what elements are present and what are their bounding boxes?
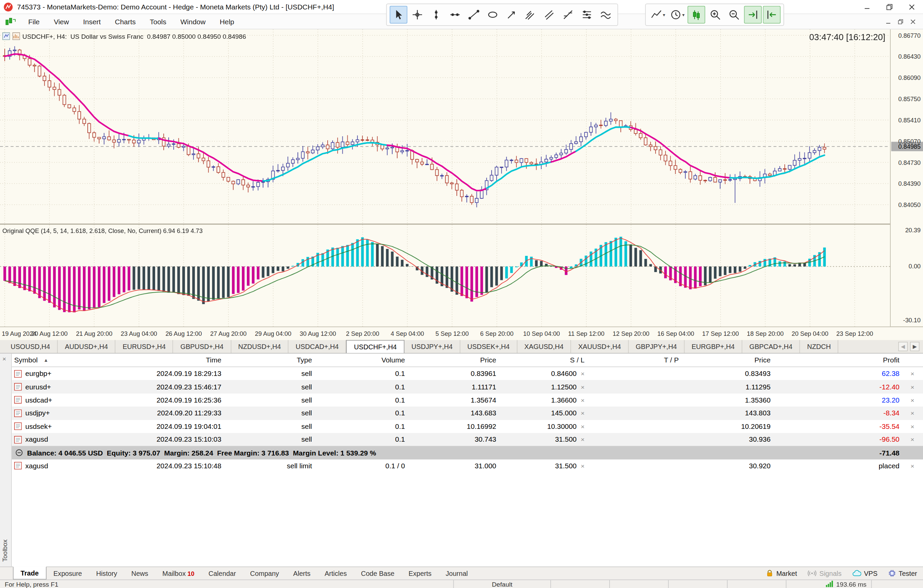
sl-remove-icon[interactable]: ×: [581, 383, 584, 390]
close-position-icon[interactable]: ×: [902, 462, 923, 469]
bars-toggle-button[interactable]: [688, 6, 705, 23]
chart-shift-button[interactable]: [744, 6, 762, 23]
tab-company[interactable]: Company: [243, 567, 286, 580]
close-position-icon[interactable]: ×: [902, 370, 923, 377]
tab-news[interactable]: News: [124, 567, 155, 580]
chart-tab-nzdusdh4[interactable]: NZDUSD+,H4: [231, 340, 288, 353]
trade-row[interactable]: xagusd2024.09.23 15:10:03sell0.130.74331…: [12, 433, 923, 446]
trade-row[interactable]: usdsek+2024.09.19 19:04:01sell0.110.1699…: [12, 420, 923, 433]
time-axis[interactable]: 19 Aug 202420 Aug 12:0021 Aug 20:0023 Au…: [0, 326, 923, 340]
horizontal-line-tool[interactable]: [446, 6, 464, 23]
tab-trade[interactable]: Trade: [13, 567, 46, 579]
restore-button[interactable]: [878, 0, 900, 14]
column-header-type[interactable]: Type: [224, 356, 314, 364]
trade-row[interactable]: xagusd2024.09.23 15:10:48sell limit0.1 /…: [12, 459, 923, 472]
tab-history[interactable]: History: [89, 567, 124, 580]
close-position-icon[interactable]: ×: [902, 409, 923, 417]
chart-tab-eurusdh4[interactable]: EURUSD+,H4: [116, 340, 173, 353]
chart-tab-gbpcadh4[interactable]: GBPCAD+,H4: [742, 340, 800, 353]
tab-exposure[interactable]: Exposure: [46, 567, 89, 580]
menu-tools[interactable]: Tools: [143, 15, 173, 28]
trendline-tool[interactable]: [465, 6, 483, 23]
chart-tab-eurgbph4[interactable]: EURGBP+,H4: [685, 340, 742, 353]
menu-view[interactable]: View: [46, 15, 76, 28]
cursor-tool[interactable]: [390, 6, 407, 23]
sl-remove-icon[interactable]: ×: [581, 436, 584, 443]
connection-status[interactable]: 193.66 ms: [786, 580, 871, 588]
tab-alerts[interactable]: Alerts: [286, 567, 317, 580]
chart-type-button[interactable]: ▾: [649, 6, 667, 23]
chart-tab-usdchfh4[interactable]: USDCHF+,H4: [347, 340, 404, 353]
chart-tab-usousdh4[interactable]: USOUSD,H4: [3, 340, 57, 353]
sl-remove-icon[interactable]: ×: [581, 409, 584, 417]
zoom-in-button[interactable]: [706, 6, 724, 23]
sl-remove-icon[interactable]: ×: [581, 462, 584, 469]
fibonacci-tool[interactable]: [559, 6, 577, 23]
tester-button[interactable]: Tester: [888, 570, 917, 577]
chart-tab-xagusdh4[interactable]: XAGUSD,H4: [517, 340, 571, 353]
levels-tool[interactable]: [578, 6, 595, 23]
sl-remove-icon[interactable]: ×: [581, 423, 584, 430]
chart-tab-xauusdh4[interactable]: XAUUSD+,H4: [571, 340, 629, 353]
chart-tab-usdsekh4[interactable]: USDSEK+,H4: [460, 340, 517, 353]
close-position-icon[interactable]: ×: [902, 423, 923, 430]
tab-journal[interactable]: Journal: [439, 567, 475, 580]
menu-file[interactable]: File: [21, 15, 47, 28]
tab-articles[interactable]: Articles: [317, 567, 354, 580]
elliott-wave-tool[interactable]: [597, 6, 614, 23]
signals-button[interactable]: Signals: [808, 570, 842, 577]
tab-code-base[interactable]: Code Base: [354, 567, 401, 580]
column-header-sl[interactable]: S / L: [499, 356, 587, 364]
auto-scroll-button[interactable]: [763, 6, 780, 23]
column-header-price[interactable]: Price: [407, 356, 498, 364]
profile-selector[interactable]: Default: [453, 580, 550, 588]
close-position-icon[interactable]: ×: [902, 396, 923, 404]
tab-mailbox[interactable]: Mailbox10: [155, 567, 201, 580]
andrews-pitchfork-tool[interactable]: [522, 6, 539, 23]
vps-button[interactable]: VPS: [852, 570, 877, 577]
toolbox-close-icon[interactable]: ×: [2, 355, 6, 362]
vertical-line-tool[interactable]: [427, 6, 445, 23]
chart-tab-audusdh4[interactable]: AUDUSD+,H4: [57, 340, 115, 353]
tab-experts[interactable]: Experts: [401, 567, 439, 580]
tab-scroll-right-icon[interactable]: ▶: [910, 342, 920, 351]
balance-row[interactable]: Balance: 4 046.55 USD Equity: 3 975.07 M…: [12, 446, 923, 459]
column-header-price[interactable]: Price: [681, 356, 773, 364]
arrow-tool[interactable]: [503, 6, 520, 23]
equidistant-channel-tool[interactable]: [540, 6, 558, 23]
zoom-out-button[interactable]: [725, 6, 743, 23]
trade-row[interactable]: eurusd+2024.09.23 15:46:17sell0.11.11171…: [12, 380, 923, 393]
column-header-symbol[interactable]: Symbol▲: [12, 356, 132, 364]
collapse-icon[interactable]: [15, 449, 23, 457]
sl-remove-icon[interactable]: ×: [581, 396, 584, 404]
price-chart-canvas[interactable]: [0, 29, 890, 224]
tab-scroll-left-icon[interactable]: ◀: [898, 342, 908, 351]
qqe-indicator-canvas[interactable]: [0, 225, 890, 327]
menu-insert[interactable]: Insert: [76, 15, 108, 28]
chart-restore-button[interactable]: [894, 16, 907, 27]
menu-charts[interactable]: Charts: [108, 15, 143, 28]
tab-calendar[interactable]: Calendar: [201, 567, 243, 580]
chart-tab-usdcadh4[interactable]: USDCAD+,H4: [288, 340, 346, 353]
menu-window[interactable]: Window: [173, 15, 212, 28]
chart-minimize-button[interactable]: [882, 16, 894, 27]
trade-row[interactable]: eurgbp+2024.09.19 18:29:13sell0.10.83961…: [12, 367, 923, 380]
close-position-icon[interactable]: ×: [902, 436, 923, 443]
trade-row[interactable]: usdcad+2024.09.19 16:25:36sell0.11.35674…: [12, 393, 923, 406]
chart-tab-gbpjpyh4[interactable]: GBPJPY+,H4: [629, 340, 685, 353]
trade-row[interactable]: usdjpy+2024.09.20 11:29:33sell0.1143.683…: [12, 406, 923, 420]
timeframe-button[interactable]: ▾: [668, 6, 686, 23]
minimize-button[interactable]: [856, 0, 878, 14]
column-header-time[interactable]: Time: [132, 356, 224, 364]
shapes-tool[interactable]: [484, 6, 501, 23]
close-position-icon[interactable]: ×: [902, 383, 923, 390]
column-header-volume[interactable]: Volume: [314, 356, 407, 364]
menu-help[interactable]: Help: [212, 15, 241, 28]
sl-remove-icon[interactable]: ×: [581, 370, 584, 377]
chart-tab-nzdch[interactable]: NZDCH: [800, 340, 839, 353]
market-button[interactable]: Market: [766, 570, 797, 577]
chart-tab-gbpusdh4[interactable]: GBPUSD+,H4: [173, 340, 231, 353]
crosshair-tool[interactable]: [409, 6, 426, 23]
price-axis[interactable]: 0.84985 0.867700.864300.860900.857500.85…: [890, 29, 923, 326]
chart-close-button[interactable]: [907, 16, 919, 27]
